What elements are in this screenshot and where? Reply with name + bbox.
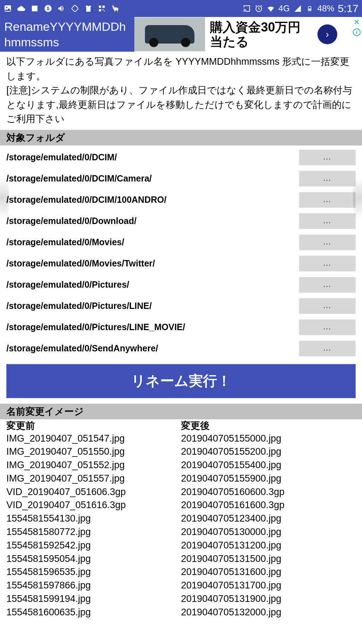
after-filename: 2019040705161600.3gp <box>181 499 356 512</box>
after-filename: 2019040705131600.jpg <box>181 565 356 579</box>
folder-path: /storage/emulated/0/Download/ <box>6 216 299 226</box>
llama-icon: 🦙 <box>111 4 119 13</box>
preview-section-header: 名前変更イメージ <box>0 404 362 419</box>
folder-path: /storage/emulated/0/Pictures/LINE_MOVIE/ <box>6 322 299 332</box>
after-filename: 2019040705131700.jpg <box>181 579 356 592</box>
after-list: 2019040705155000.jpg2019040705155200.jpg… <box>181 432 356 619</box>
svg-rect-13 <box>309 6 310 6</box>
svg-rect-8 <box>99 9 101 11</box>
network-type: 4G <box>279 4 290 13</box>
square-icon <box>30 4 39 13</box>
before-filename: 1554581592542.jpg <box>6 539 181 552</box>
description-text: 以下フォルダにある写真ファイル名を YYYYMMDDhhmmssms 形式に一括… <box>0 52 362 130</box>
folder-row: /storage/emulated/0/SendAnywhere/... <box>0 338 362 359</box>
battery-text: 48% <box>317 4 334 13</box>
before-filename: 1554581597866.jpg <box>6 579 181 592</box>
before-list: IMG_20190407_051547.jpgIMG_20190407_0515… <box>6 432 181 619</box>
svg-rect-14 <box>309 8 310 10</box>
folder-browse-button[interactable]: ... <box>299 298 356 314</box>
folder-browse-button[interactable]: ... <box>299 341 356 356</box>
cloud-icon <box>17 4 25 13</box>
clock: 5:17 <box>338 2 358 15</box>
folder-row: /storage/emulated/0/DCIM/Camera/... <box>0 168 362 189</box>
status-bar: $ 🦙 4G 48% 5:17 <box>0 0 362 17</box>
wifi-icon <box>267 4 275 13</box>
folder-row: /storage/emulated/0/DCIM/100ANDRO/... <box>0 189 362 211</box>
before-filename: IMG_20190407_051547.jpg <box>6 432 181 445</box>
before-filename: 1554581595054.jpg <box>6 552 181 566</box>
folder-path: /storage/emulated/0/Pictures/LINE/ <box>6 301 299 311</box>
after-filename: 2019040705155400.jpg <box>181 459 356 472</box>
svg-rect-6 <box>99 6 101 8</box>
qr-icon <box>98 4 106 13</box>
folder-path: /storage/emulated/0/Pictures/ <box>6 280 299 290</box>
before-filename: 1554581596535.jpg <box>6 565 181 579</box>
coin-icon: $ <box>44 4 52 13</box>
folder-browse-button[interactable]: ... <box>299 192 356 208</box>
svg-point-1 <box>6 7 7 8</box>
svg-rect-10 <box>104 11 105 12</box>
before-filename: 1554581554130.jpg <box>6 512 181 525</box>
folder-browse-button[interactable]: ... <box>299 213 356 229</box>
folder-browse-button[interactable]: ... <box>299 277 356 293</box>
folder-path: /storage/emulated/0/DCIM/ <box>6 152 299 162</box>
battery-icon <box>305 4 314 13</box>
folder-browse-button[interactable]: ... <box>299 256 356 271</box>
before-filename: IMG_20190407_051550.jpg <box>6 445 181 459</box>
folder-list: /storage/emulated/0/DCIM/.../storage/emu… <box>0 145 362 362</box>
signal-icon <box>293 4 302 13</box>
folder-path: /storage/emulated/0/DCIM/Camera/ <box>6 173 299 184</box>
ad-arrow-icon[interactable]: › <box>317 24 337 44</box>
before-filename: 1554581580772.jpg <box>6 525 181 539</box>
rotate-icon <box>71 4 79 13</box>
folder-browse-button[interactable]: ... <box>299 235 356 250</box>
svg-rect-2 <box>32 6 37 11</box>
ad-info-icon[interactable]: i <box>353 28 361 36</box>
svg-rect-5 <box>71 5 78 12</box>
status-left-icons: $ 🦙 <box>4 4 119 13</box>
after-filename: 2019040705131900.jpg <box>181 592 356 606</box>
folder-row: /storage/emulated/0/Movies/... <box>0 232 362 253</box>
status-right: 4G 48% 5:17 <box>243 2 358 15</box>
alarm-icon <box>255 4 263 13</box>
ad-image <box>134 17 205 51</box>
before-header: 変更前 <box>6 419 181 432</box>
gallery-icon <box>4 4 12 13</box>
ad-text: 購入資金30万円 当たる <box>205 20 300 49</box>
after-filename: 2019040705123400.jpg <box>181 512 356 525</box>
cast-icon <box>243 4 251 13</box>
app-title: RenameYYYYMMDDhhmmssms <box>0 17 134 51</box>
after-filename: 2019040705132000.jpg <box>181 606 356 619</box>
ad-banner[interactable]: 購入資金30万円 当たる › ✕ i <box>134 17 362 52</box>
ad-line2: 当たる <box>210 34 300 49</box>
before-filename: IMG_20190407_051557.jpg <box>6 472 181 485</box>
svg-rect-9 <box>103 9 104 10</box>
after-filename: 2019040705160600.3gp <box>181 485 356 499</box>
folder-row: /storage/emulated/0/Movies/Twitter/... <box>0 253 362 274</box>
folder-row: /storage/emulated/0/Pictures/LINE_MOVIE/… <box>0 317 362 338</box>
folder-browse-button[interactable]: ... <box>299 171 356 186</box>
ad-close-icon[interactable]: ✕ <box>354 18 360 27</box>
svg-text:$: $ <box>47 6 49 11</box>
before-filename: VID_20190407_051616.3gp <box>6 499 181 512</box>
svg-rect-7 <box>103 6 105 8</box>
folder-path: /storage/emulated/0/SendAnywhere/ <box>6 343 299 353</box>
volume-icon <box>57 4 66 13</box>
after-header: 変更後 <box>181 419 356 432</box>
after-filename: 2019040705155000.jpg <box>181 432 356 445</box>
folder-browse-button[interactable]: ... <box>299 320 356 335</box>
after-filename: 2019040705131500.jpg <box>181 552 356 566</box>
folder-row: /storage/emulated/0/Pictures/LINE/... <box>0 295 362 317</box>
folder-row: /storage/emulated/0/Pictures/... <box>0 274 362 295</box>
folder-browse-button[interactable]: ... <box>299 150 356 165</box>
after-filename: 2019040705130000.jpg <box>181 525 356 539</box>
folder-path: /storage/emulated/0/Movies/ <box>6 237 299 247</box>
folder-row: /storage/emulated/0/DCIM/... <box>0 147 362 168</box>
folder-row: /storage/emulated/0/Download/... <box>0 211 362 232</box>
header: RenameYYYYMMDDhhmmssms 購入資金30万円 当たる › ✕ … <box>0 17 362 52</box>
folders-section-header: 対象フォルダ <box>0 130 362 145</box>
execute-button[interactable]: リネーム実行！ <box>6 364 356 398</box>
folder-path: /storage/emulated/0/Movies/Twitter/ <box>6 258 299 269</box>
before-filename: IMG_20190407_051552.jpg <box>6 459 181 472</box>
after-filename: 2019040705131200.jpg <box>181 539 356 552</box>
